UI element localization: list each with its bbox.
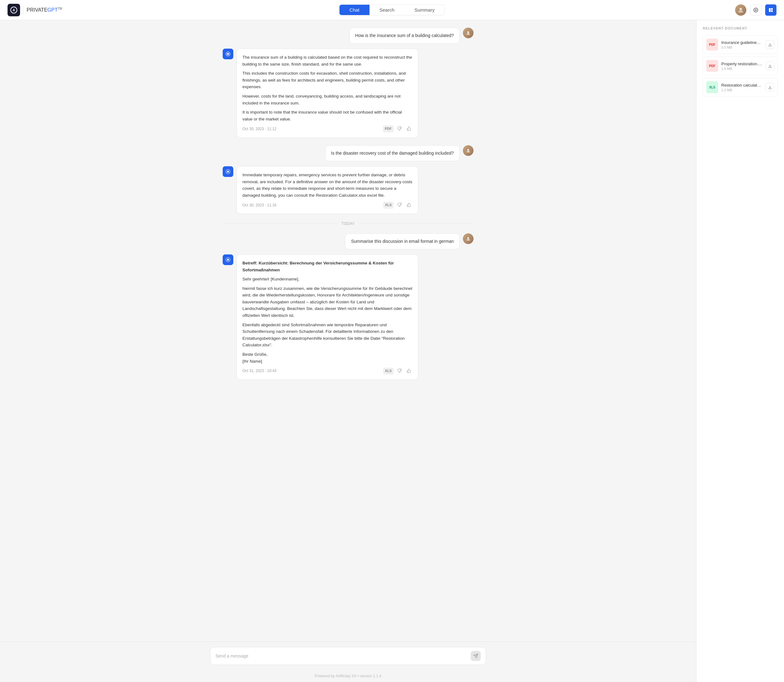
doc-name: Property restoration.pdf: [721, 62, 762, 66]
sidebar-title: RELEVANT DOCUMENT: [703, 26, 778, 30]
thumbs-down-button[interactable]: [396, 126, 403, 132]
ai-msg1-p4: It is important to note that the insuran…: [242, 109, 412, 122]
day-divider: TODAY: [223, 221, 474, 226]
ai-msg1-p1: The insurance sum of a building is calcu…: [242, 54, 412, 67]
chat-area: How is the insurance sum of a building c…: [0, 20, 696, 682]
doc-info: Insurance guidelines.pdf 3.5 MB: [721, 40, 762, 49]
ai-logo-icon: [225, 169, 231, 174]
logo-gpt-text: GPT: [47, 7, 58, 13]
doc-size: 3.5 MB: [721, 46, 762, 49]
panel-icon: [768, 8, 773, 13]
message-input[interactable]: [215, 653, 471, 658]
ai-bubble: Betreff: Kurzübersicht: Berechnung der V…: [237, 254, 418, 380]
ai-bubble: The insurance sum of a building is calcu…: [237, 49, 418, 138]
settings-button[interactable]: [750, 5, 762, 16]
doc-size: 1.8 MB: [721, 67, 762, 70]
download-button[interactable]: [765, 83, 774, 92]
svg-rect-5: [771, 8, 773, 10]
thumbs-up-button[interactable]: [406, 126, 412, 132]
doc-type-badge-pdf: PDF: [706, 60, 718, 72]
message-actions: PDF: [383, 126, 412, 132]
doc-info: Property restoration.pdf 1.8 MB: [721, 62, 762, 70]
messages-container: How is the insurance sum of a building c…: [0, 20, 696, 642]
svg-text:A: A: [13, 8, 15, 12]
document-item-1[interactable]: PDF Insurance guidelines.pdf 3.5 MB: [703, 35, 778, 54]
footer-text: Powered by Artificialy SA • version 1.1.…: [315, 674, 381, 678]
download-button[interactable]: [765, 62, 774, 70]
sidebar: RELEVANT DOCUMENT PDF Insurance guidelin…: [696, 20, 784, 682]
ai-message-row: Betreff: Kurzübersicht: Berechnung der V…: [223, 254, 474, 380]
ai-msg3-p2: Ebenfalls abgedeckt sind Sofortmaßnahmen…: [242, 322, 412, 349]
send-button[interactable]: [471, 651, 481, 661]
user-bubble: Is the disaster recovery cost of the dam…: [325, 145, 460, 161]
thumbs-up-button[interactable]: [406, 202, 412, 209]
user-avatar: [463, 145, 474, 156]
download-icon: [768, 85, 772, 89]
send-icon: [473, 653, 478, 658]
logo-divider: [23, 5, 24, 15]
user-avatar: [463, 28, 474, 38]
svg-point-16: [227, 170, 229, 172]
thumbs-down-button[interactable]: [396, 368, 403, 374]
panel-toggle-button[interactable]: [765, 5, 776, 16]
message-actions: XLS: [383, 202, 412, 209]
user-message-row: Is the disaster recovery cost of the dam…: [223, 145, 474, 161]
message-footer: Oct 30, 2023 · 11:16 XLS: [242, 202, 412, 209]
svg-point-7: [467, 31, 469, 33]
user-bubble: How is the insurance sum of a building c…: [349, 28, 460, 44]
tab-summary[interactable]: Summary: [404, 5, 445, 15]
gear-icon: [753, 8, 758, 13]
thumbs-up-icon: [407, 369, 411, 373]
logo-area: A PRIVATEGPTTM: [8, 4, 62, 16]
ai-msg3-subject: Betreff: Kurzübersicht: Berechnung der V…: [242, 260, 412, 273]
ai-message-row: Immediate temporary repairs, emergency s…: [223, 166, 474, 214]
download-button[interactable]: [765, 40, 774, 49]
document-item-2[interactable]: PDF Property restoration.pdf 1.8 MB: [703, 56, 778, 75]
doc-name: Restoration calculator.xl...: [721, 83, 762, 88]
thumbs-down-icon: [398, 202, 402, 207]
user-avatar-icon: [465, 30, 471, 36]
download-icon: [768, 43, 772, 47]
ai-avatar: [223, 49, 233, 59]
messages-inner: How is the insurance sum of a building c…: [210, 28, 486, 380]
document-item-3[interactable]: XLS Restoration calculator.xl... 1.2 MB: [703, 78, 778, 97]
ai-logo-icon: [225, 51, 231, 57]
user-message-text: Summarise this discussion in email forma…: [351, 239, 454, 244]
svg-rect-4: [769, 8, 771, 12]
input-container: [210, 647, 486, 665]
ai-msg3-closing: Beste Grüße,[Ihr Name]: [242, 351, 412, 365]
tab-chat[interactable]: Chat: [339, 5, 369, 15]
user-message-text: Is the disaster recovery cost of the dam…: [331, 151, 454, 156]
header-right: [735, 5, 776, 16]
tab-search[interactable]: Search: [369, 5, 404, 15]
avatar[interactable]: [735, 5, 746, 16]
user-message-text: How is the insurance sum of a building c…: [355, 33, 454, 38]
ai-avatar: [223, 166, 233, 177]
source-badge: XLS: [383, 368, 394, 374]
ai-msg2-p1: Immediate temporary repairs, emergency s…: [242, 172, 412, 199]
thumbs-up-button[interactable]: [406, 368, 412, 374]
message-actions: XLS: [383, 368, 412, 374]
page-footer: Powered by Artificialy SA • version 1.1.…: [0, 671, 696, 682]
input-area: [0, 642, 696, 671]
header: A PRIVATEGPTTM Chat Search Summary: [0, 0, 784, 20]
thumbs-down-button[interactable]: [396, 202, 403, 209]
thumbs-up-icon: [407, 126, 411, 131]
svg-rect-6: [771, 10, 773, 11]
svg-point-19: [227, 259, 229, 261]
svg-point-3: [755, 10, 756, 11]
svg-point-14: [467, 149, 469, 151]
ai-bubble: Immediate temporary repairs, emergency s…: [237, 166, 418, 214]
ai-logo-icon: [225, 257, 231, 263]
user-bubble: Summarise this discussion in email forma…: [345, 233, 460, 249]
svg-point-2: [739, 8, 742, 10]
doc-type-badge-pdf: PDF: [706, 38, 718, 51]
logo-text: PRIVATEGPTTM: [27, 7, 62, 13]
doc-info: Restoration calculator.xl... 1.2 MB: [721, 83, 762, 92]
thumbs-up-icon: [407, 202, 411, 207]
doc-size: 1.2 MB: [721, 88, 762, 92]
message-footer: Oct 31, 2023 · 10:43 XLS: [242, 368, 412, 374]
avatar-image: [735, 5, 746, 16]
ai-msg3-p1: hiermit fasse ich kurz zusammen, wie die…: [242, 285, 412, 319]
svg-point-17: [467, 237, 469, 239]
